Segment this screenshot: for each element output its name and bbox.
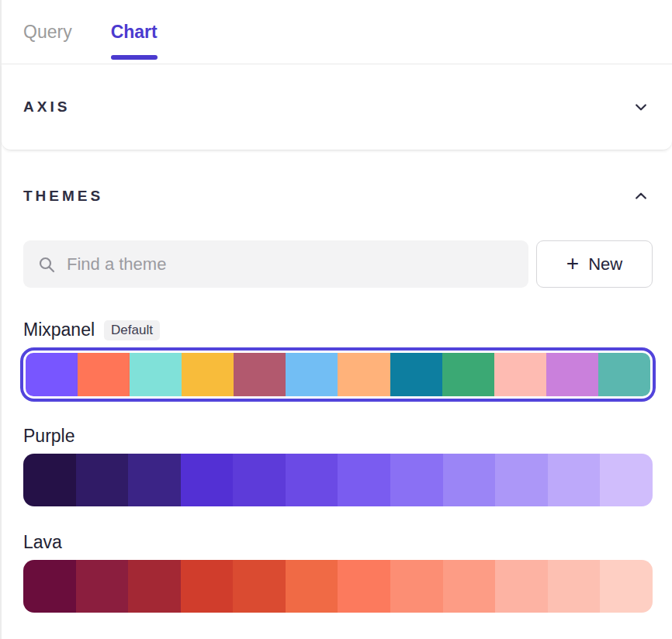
color-swatch: [286, 353, 338, 396]
color-swatch: [233, 560, 286, 613]
color-swatch: [78, 353, 130, 396]
themes-section-header[interactable]: THEMES: [2, 174, 672, 219]
color-swatch: [233, 454, 286, 506]
search-icon: [37, 255, 56, 274]
color-swatch: [182, 353, 234, 396]
theme-label-row: Purple: [23, 423, 653, 449]
chevron-up-icon[interactable]: [633, 188, 649, 204]
theme-label-row: MixpanelDefault: [23, 317, 653, 343]
color-swatch: [76, 454, 129, 506]
theme-search-box[interactable]: [23, 240, 528, 288]
color-swatch: [600, 454, 653, 506]
color-swatch: [23, 454, 76, 506]
themes-section-title: THEMES: [23, 188, 103, 205]
chevron-down-icon[interactable]: [633, 99, 649, 115]
color-swatch: [338, 454, 390, 506]
color-swatch: [130, 353, 182, 396]
theme-block-mixpanel: MixpanelDefault: [2, 317, 672, 402]
color-swatch: [548, 560, 601, 613]
color-swatch: [495, 454, 548, 506]
color-swatch: [598, 353, 650, 396]
color-swatch: [390, 353, 442, 396]
tab-chart-label: Chart: [111, 22, 158, 43]
color-swatch: [390, 454, 443, 506]
color-swatch: [286, 560, 338, 613]
color-swatch: [23, 560, 76, 613]
color-swatch: [76, 560, 129, 613]
new-theme-button-label: New: [588, 254, 622, 275]
color-swatch: [443, 560, 496, 613]
theme-label-row: Mint: [23, 636, 653, 639]
color-swatch: [546, 353, 598, 396]
new-theme-button[interactable]: + New: [536, 240, 653, 288]
default-badge: Default: [104, 320, 160, 340]
color-swatch: [128, 454, 181, 506]
color-swatch: [26, 353, 78, 396]
axis-section-title: AXIS: [23, 98, 70, 116]
theme-swatch-row[interactable]: [23, 454, 653, 506]
theme-name: Mixpanel: [23, 320, 95, 340]
color-swatch: [443, 454, 496, 506]
color-swatch: [495, 560, 548, 613]
theme-swatch-row[interactable]: [23, 560, 653, 613]
theme-block-lava: Lava: [2, 530, 672, 613]
color-swatch: [338, 353, 390, 396]
color-swatch: [181, 454, 234, 506]
tab-query-label: Query: [23, 22, 72, 43]
theme-swatch-row[interactable]: [26, 353, 650, 396]
chart-settings-panel: Query Chart AXIS THEMES + New MixpanelDe…: [0, 0, 672, 639]
color-swatch: [390, 560, 443, 613]
color-swatch: [181, 560, 234, 613]
tab-query[interactable]: Query: [23, 0, 72, 64]
color-swatch: [442, 353, 494, 396]
color-swatch: [128, 560, 181, 613]
selected-theme-outline: [20, 347, 656, 402]
theme-list: MixpanelDefaultPurpleLavaMint: [2, 317, 672, 639]
tab-chart[interactable]: Chart: [111, 0, 158, 64]
theme-block-mint: Mint: [2, 636, 672, 639]
theme-name: Purple: [23, 426, 74, 447]
color-swatch: [600, 560, 653, 613]
color-swatch: [338, 560, 390, 613]
color-swatch: [494, 353, 546, 396]
active-tab-underline: [111, 55, 158, 60]
theme-name: Lava: [23, 532, 62, 553]
color-swatch: [234, 353, 286, 396]
axis-section-header[interactable]: AXIS: [2, 64, 672, 150]
tab-bar: Query Chart: [2, 0, 672, 64]
theme-block-purple: Purple: [2, 423, 672, 506]
theme-search-input[interactable]: [67, 254, 514, 275]
color-swatch: [286, 454, 338, 506]
plus-icon: +: [566, 253, 579, 275]
theme-search-row: + New: [23, 240, 653, 288]
theme-label-row: Lava: [23, 530, 653, 555]
color-swatch: [548, 454, 601, 506]
